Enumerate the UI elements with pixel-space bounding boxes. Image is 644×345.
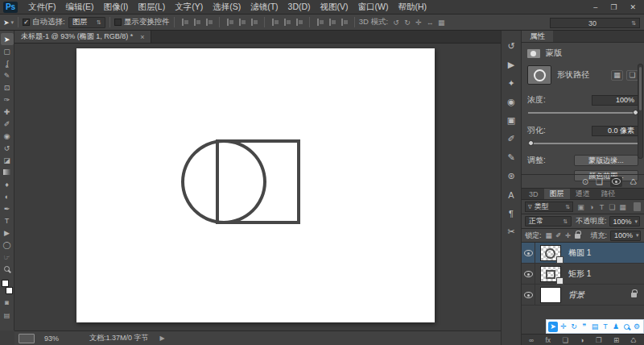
dodge-tool[interactable]: ◐ [1,190,14,202]
brush-tool[interactable]: ✐ [1,118,14,130]
menu-item[interactable]: 文字(Y) [170,2,208,13]
clone-source-panel-icon[interactable]: ⊛ [502,167,520,185]
healing-brush-tool[interactable]: ✚ [1,106,14,118]
filter-type-dropdown[interactable]: ∇ 类型 ⇅ [525,202,573,212]
align-right-icon[interactable] [204,18,213,27]
3d-roll-icon[interactable]: ↻ [402,19,413,27]
styles-panel-icon[interactable]: ◉ [502,93,520,111]
foreground-color-swatch[interactable] [2,280,9,287]
tab-路径[interactable]: 路径 [596,189,621,199]
menu-item[interactable]: 文件(F) [23,2,60,13]
menu-item[interactable]: 3D(D) [283,2,316,13]
new-group-icon[interactable]: ❐ [596,336,602,344]
tab-图层[interactable]: 图层 [544,189,570,199]
tab-properties[interactable]: 属性 [522,31,553,42]
layer-thumbnail[interactable] [540,245,561,261]
visibility-toggle[interactable] [522,264,535,284]
align-bottom-icon[interactable] [250,18,258,27]
actions-panel-icon[interactable]: ▶ [502,56,520,74]
mask-edge-button[interactable]: 蒙版边缘... [574,155,638,166]
quick-mask-icon[interactable]: ◙ [2,297,13,307]
screen-mode-icon[interactable]: ▤ [2,310,13,320]
magnifier-icon[interactable] [621,322,631,332]
brush-panel-icon[interactable]: ✐ [502,130,520,148]
scrollbar-thumb[interactable] [639,67,642,110]
3d-drag-icon[interactable]: ✛ [413,19,424,27]
hand-tool[interactable]: ☞ [1,251,14,263]
minimize-button[interactable]: – [593,3,597,11]
add-layer-mask-icon[interactable]: ❏ [562,336,568,344]
auto-select-checkbox[interactable]: ✓ [23,19,30,26]
distribute-right-icon[interactable] [340,18,349,27]
gear-icon[interactable]: ⚙ [632,322,642,332]
distribute-bottom-icon[interactable] [295,18,303,27]
layer-thumbnail[interactable] [540,287,561,303]
quick-selection-tool[interactable]: ✎ [1,69,14,81]
layer-row[interactable]: 背景 [522,285,644,306]
new-layer-icon[interactable]: ⊞ [613,336,619,344]
person-icon[interactable]: ♟ [611,322,621,332]
shape-path-thumbnail[interactable] [527,65,551,85]
swatches-panel-icon[interactable]: ▣ [502,111,520,130]
mask-visibility-eye-icon[interactable] [610,177,622,187]
add-pixel-mask-button[interactable]: ▦ [611,70,623,81]
clone-stamp-tool[interactable]: ◉ [1,130,14,142]
move-icon[interactable]: ✛ [559,322,568,332]
feather-slider[interactable] [527,139,638,147]
eyedropper-tool[interactable]: ✑ [1,94,14,106]
menu-item[interactable]: 帮助(H) [394,2,432,13]
history-panel-icon[interactable]: ↺ [502,37,520,56]
rectangle-shape[interactable] [216,139,300,224]
distribute-top-icon[interactable] [270,18,279,27]
layer-style-icon[interactable]: fx [545,336,551,344]
align-left-icon[interactable] [180,18,189,27]
card-icon[interactable]: ▤ [590,322,600,332]
menu-item[interactable]: 图像(I) [98,2,133,13]
feather-field[interactable]: 0.0 像素 [592,126,638,136]
link-layers-icon[interactable]: ∞ [529,336,534,344]
background-color-swatch[interactable] [6,287,13,294]
lock-position-icon[interactable]: ✛ [564,231,572,240]
menu-item[interactable]: 窗口(W) [353,2,394,13]
ellipse-tool[interactable]: ◯ [1,239,14,251]
filter-adjustment-layers-icon[interactable]: ◑ [586,203,597,211]
document-tab[interactable]: 未标题-1 @ 93% (椭圆 1, RGB/8) * × [14,31,151,43]
pointer-icon[interactable]: ➤ [548,322,558,332]
menu-item[interactable]: 图层(L) [133,2,170,13]
new-adjustment-layer-icon[interactable]: ◑ [580,336,584,344]
visibility-toggle[interactable] [522,285,535,305]
visibility-toggle[interactable] [522,243,535,263]
pen-tool[interactable]: ✒ [1,202,14,214]
adjustments-panel-icon[interactable]: ✦ [502,74,520,93]
canvas[interactable] [76,48,435,322]
type-tool[interactable]: T [1,214,14,227]
filter-pixel-layers-icon[interactable]: ▣ [576,203,586,211]
tool-presets-panel-icon[interactable]: ✂ [502,222,520,241]
layer-thumbnail[interactable] [540,266,561,282]
feather-slider-knob[interactable] [528,140,534,146]
blur-tool[interactable]: ♦ [1,178,14,190]
auto-select-dropdown[interactable]: 图层 ⇅ [68,17,105,28]
show-transform-checkbox[interactable] [114,19,122,26]
tab-3D[interactable]: 3D [523,189,544,199]
menu-item[interactable]: 滤镜(T) [246,2,283,13]
3d-rotate-icon[interactable]: ↺ [390,19,402,27]
distribute-h-center-icon[interactable] [328,18,336,27]
apply-mask-icon[interactable]: ❏ [596,177,603,186]
menu-item[interactable]: 视图(V) [316,2,353,13]
zoom-tool[interactable] [1,263,14,275]
align-h-center-icon[interactable] [192,18,201,27]
lock-image-icon[interactable]: ✐ [555,231,563,240]
layer-row[interactable]: 椭圆 1 [522,243,644,264]
paragraph-panel-icon[interactable]: ¶ [502,204,520,222]
shirt-icon[interactable]: T [601,322,610,332]
3d-slide-icon[interactable]: ↔ [424,19,436,27]
tab-close-icon[interactable]: × [140,33,144,41]
lock-all-icon[interactable] [574,231,582,240]
rotate-icon[interactable]: ↻ [569,322,579,332]
menu-item[interactable]: 选择(S) [208,2,246,13]
fill-dropdown[interactable]: 100% ▾ [610,231,641,241]
history-brush-tool[interactable]: ↺ [1,142,14,154]
move-tool[interactable]: ➤ [1,33,14,45]
filter-type-layers-icon[interactable]: T [597,203,607,211]
